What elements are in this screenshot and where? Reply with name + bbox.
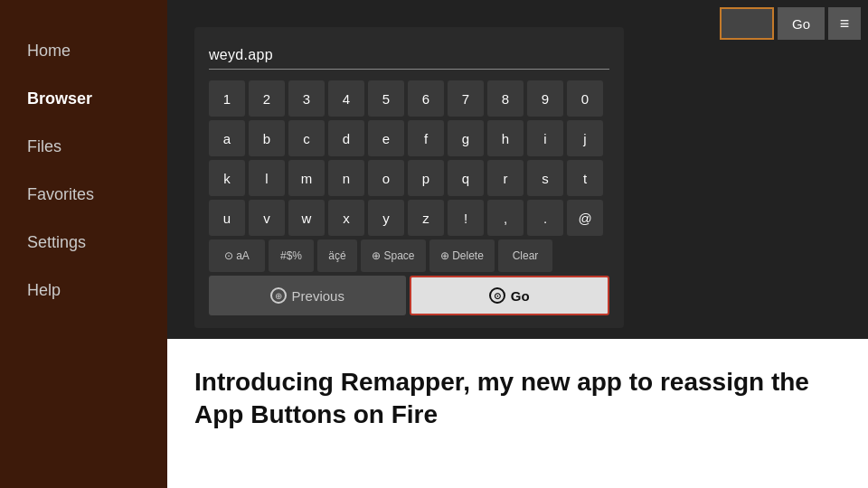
key-accents[interactable]: äçé [317,239,357,272]
go-button-top[interactable]: Go [778,7,825,40]
key-z[interactable]: z [408,200,444,236]
url-text: weyd.app [209,47,273,62]
sidebar: Home Browser Files Favorites Settings He… [0,0,167,488]
key-e[interactable]: e [368,120,404,156]
key-w[interactable]: w [288,200,325,236]
sidebar-item-browser[interactable]: Browser [0,75,167,123]
key-p[interactable]: p [408,160,444,196]
key-n[interactable]: n [328,160,364,196]
key-u[interactable]: u [209,200,245,236]
sidebar-item-help[interactable]: Help [0,267,167,314]
key-j[interactable]: j [567,120,603,156]
key-o[interactable]: o [368,160,404,196]
key-delete[interactable]: ⊕ Delete [429,239,495,272]
key-6[interactable]: 6 [408,80,444,117]
number-row: 1 2 3 4 5 6 7 8 9 0 [209,80,609,117]
special-row: ⊙ aA #$% äçé ⊕ Space ⊕ Delete Clear [209,239,609,272]
key-comma[interactable]: , [487,200,524,236]
key-a[interactable]: a [209,120,245,156]
key-l[interactable]: l [249,160,285,196]
key-caps[interactable]: ⊙ aA [209,239,265,272]
url-bar[interactable]: weyd.app [209,42,609,70]
key-i[interactable]: i [527,120,563,156]
sidebar-item-home[interactable]: Home [0,27,167,75]
key-3[interactable]: 3 [288,80,325,117]
row-u-at: u v w x y z ! , . @ [209,200,609,236]
key-b[interactable]: b [249,120,285,156]
key-m[interactable]: m [288,160,325,196]
keyboard-overlay: weyd.app 1 2 3 4 5 6 7 8 9 0 a b c d e f… [194,27,624,328]
article-area: Introducing Remapper, my new app to reas… [167,339,868,488]
key-d[interactable]: d [328,120,364,156]
key-2[interactable]: 2 [249,80,285,117]
key-5[interactable]: 5 [368,80,404,117]
main-area: Go ≡ Press and hold ⊙ to say words and p… [167,0,868,488]
action-row: ⊕ Previous ⊙ Go [209,276,609,315]
go-button[interactable]: ⊙ Go [410,276,610,315]
previous-button[interactable]: ⊕ Previous [209,276,406,315]
key-7[interactable]: 7 [448,80,484,117]
key-period[interactable]: . [527,200,563,236]
key-v[interactable]: v [249,200,285,236]
previous-icon: ⊕ [270,287,287,304]
go-icon: ⊙ [489,287,505,304]
key-g[interactable]: g [448,120,484,156]
key-exclaim[interactable]: ! [448,200,484,236]
sidebar-item-files[interactable]: Files [0,123,167,171]
caps-icon: ⊙ [224,249,233,262]
key-8[interactable]: 8 [487,80,524,117]
key-c[interactable]: c [288,120,325,156]
key-h[interactable]: h [487,120,524,156]
key-1[interactable]: 1 [209,80,245,117]
sidebar-item-settings[interactable]: Settings [0,219,167,267]
key-q[interactable]: q [448,160,484,196]
key-at[interactable]: @ [567,200,603,236]
row-k-t: k l m n o p q r s t [209,160,609,196]
key-r[interactable]: r [487,160,524,196]
top-bar: Go ≡ [712,0,868,47]
key-clear[interactable]: Clear [498,239,552,272]
key-t[interactable]: t [567,160,603,196]
key-9[interactable]: 9 [527,80,563,117]
delete-icon: ⊕ [440,249,449,262]
key-k[interactable]: k [209,160,245,196]
sidebar-item-favorites[interactable]: Favorites [0,171,167,219]
key-4[interactable]: 4 [328,80,364,117]
menu-button[interactable]: ≡ [828,7,861,40]
url-input-mini[interactable] [720,7,774,40]
key-y[interactable]: y [368,200,404,236]
article-heading: Introducing Remapper, my new app to reas… [194,366,841,432]
key-symbols[interactable]: #$% [269,239,314,272]
row-a-j: a b c d e f g h i j [209,120,609,156]
space-icon: ⊕ [372,249,381,262]
key-f[interactable]: f [408,120,444,156]
key-x[interactable]: x [328,200,364,236]
key-0[interactable]: 0 [567,80,603,117]
key-s[interactable]: s [527,160,563,196]
key-space[interactable]: ⊕ Space [361,239,426,272]
